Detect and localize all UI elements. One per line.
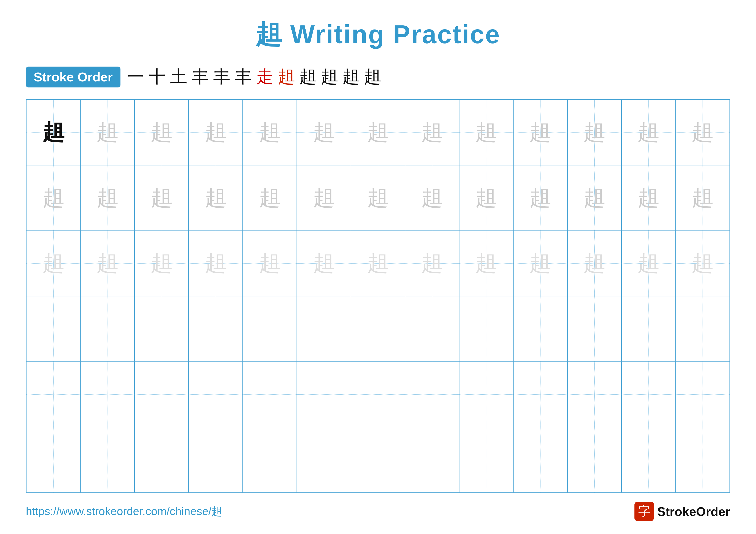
page-title: 趄 Writing Practice	[256, 17, 500, 52]
grid-cell-r3c8[interactable]: 趄	[405, 231, 459, 296]
grid-cell-r2c2[interactable]: 趄	[80, 165, 134, 231]
grid-cell-r3c13[interactable]: 趄	[676, 231, 730, 296]
char-display: 趄	[583, 184, 605, 213]
char-display: 趄	[583, 118, 605, 147]
grid-cell-r4c8[interactable]	[405, 296, 459, 362]
grid-cell-r5c9[interactable]	[459, 362, 513, 427]
grid-cell-r6c1[interactable]	[26, 427, 80, 493]
grid-cell-r6c4[interactable]	[189, 427, 243, 493]
grid-cell-r1c4[interactable]: 趄	[189, 100, 243, 165]
grid-cell-r3c7[interactable]: 趄	[351, 231, 405, 296]
grid-cell-r2c10[interactable]: 趄	[513, 165, 567, 231]
grid-cell-r5c3[interactable]	[134, 362, 189, 427]
grid-cell-r6c5[interactable]	[243, 427, 297, 493]
grid-cell-r2c7[interactable]: 趄	[351, 165, 405, 231]
stroke-6: 丰	[235, 65, 252, 89]
grid-cell-r4c13[interactable]	[676, 296, 730, 362]
grid-cell-r4c4[interactable]	[189, 296, 243, 362]
grid-cell-r2c12[interactable]: 趄	[622, 165, 676, 231]
grid-cell-r2c8[interactable]: 趄	[405, 165, 459, 231]
grid-cell-r1c6[interactable]: 趄	[297, 100, 351, 165]
grid-cell-r2c9[interactable]: 趄	[459, 165, 513, 231]
grid-cell-r1c9[interactable]: 趄	[459, 100, 513, 165]
grid-cell-r5c6[interactable]	[297, 362, 351, 427]
grid-cell-r3c5[interactable]: 趄	[243, 231, 297, 296]
grid-cell-r5c4[interactable]	[189, 362, 243, 427]
grid-cell-r2c4[interactable]: 趄	[189, 165, 243, 231]
char-display: 趄	[638, 118, 659, 147]
char-display: 趄	[638, 184, 659, 213]
grid-cell-r5c7[interactable]	[351, 362, 405, 427]
grid-cell-r2c13[interactable]: 趄	[676, 165, 730, 231]
grid-cell-r4c1[interactable]	[26, 296, 80, 362]
char-display: 趄	[97, 118, 118, 147]
grid-cell-r5c2[interactable]	[80, 362, 134, 427]
grid-cell-r4c2[interactable]	[80, 296, 134, 362]
grid-cell-r5c13[interactable]	[676, 362, 730, 427]
grid-cell-r5c1[interactable]	[26, 362, 80, 427]
grid-cell-r6c8[interactable]	[405, 427, 459, 493]
grid-cell-r2c3[interactable]: 趄	[134, 165, 189, 231]
char-display: 趄	[638, 249, 659, 278]
char-display: 趄	[259, 184, 281, 213]
grid-cell-r4c9[interactable]	[459, 296, 513, 362]
grid-cell-r4c5[interactable]	[243, 296, 297, 362]
stroke-5: 丰	[213, 65, 230, 89]
grid-cell-r5c11[interactable]	[567, 362, 622, 427]
grid-cell-r3c4[interactable]: 趄	[189, 231, 243, 296]
grid-cell-r3c9[interactable]: 趄	[459, 231, 513, 296]
grid-cell-r6c13[interactable]	[676, 427, 730, 493]
char-display: 趄	[151, 249, 173, 278]
grid-cell-r3c6[interactable]: 趄	[297, 231, 351, 296]
grid-cell-r1c13[interactable]: 趄	[676, 100, 730, 165]
grid-cell-r1c12[interactable]: 趄	[622, 100, 676, 165]
grid-cell-r5c5[interactable]	[243, 362, 297, 427]
grid-cell-r3c11[interactable]: 趄	[567, 231, 622, 296]
grid-cell-r1c10[interactable]: 趄	[513, 100, 567, 165]
grid-cell-r2c11[interactable]: 趄	[567, 165, 622, 231]
grid-cell-r4c11[interactable]	[567, 296, 622, 362]
grid-cell-r2c5[interactable]: 趄	[243, 165, 297, 231]
char-display: 趄	[529, 118, 551, 147]
grid-cell-r5c10[interactable]	[513, 362, 567, 427]
grid-cell-r4c7[interactable]	[351, 296, 405, 362]
logo-text: StrokeOrder	[657, 504, 730, 519]
grid-cell-r3c10[interactable]: 趄	[513, 231, 567, 296]
grid-cell-r2c1[interactable]: 趄	[26, 165, 80, 231]
grid-cell-r3c3[interactable]: 趄	[134, 231, 189, 296]
grid-cell-r4c12[interactable]	[622, 296, 676, 362]
grid-cell-r5c8[interactable]	[405, 362, 459, 427]
grid-cell-r6c6[interactable]	[297, 427, 351, 493]
grid-cell-r4c3[interactable]	[134, 296, 189, 362]
grid-cell-r6c3[interactable]	[134, 427, 189, 493]
grid-cell-r6c10[interactable]	[513, 427, 567, 493]
grid-cell-r1c2[interactable]: 趄	[80, 100, 134, 165]
grid-cell-r3c2[interactable]: 趄	[80, 231, 134, 296]
grid-cell-r1c8[interactable]: 趄	[405, 100, 459, 165]
grid-cell-r6c2[interactable]	[80, 427, 134, 493]
stroke-3: 土	[170, 65, 187, 89]
grid-cell-r1c5[interactable]: 趄	[243, 100, 297, 165]
grid-cell-r4c10[interactable]	[513, 296, 567, 362]
grid-cell-r3c1[interactable]: 趄	[26, 231, 80, 296]
grid-cell-r1c3[interactable]: 趄	[134, 100, 189, 165]
grid-cell-r6c12[interactable]	[622, 427, 676, 493]
grid-cell-r6c9[interactable]	[459, 427, 513, 493]
grid-cell-r5c12[interactable]	[622, 362, 676, 427]
char-display: 趄	[421, 184, 443, 213]
char-display: 趄	[151, 118, 173, 147]
grid-cell-r6c7[interactable]	[351, 427, 405, 493]
writing-grid[interactable]: 趄 趄 趄 趄 趄 趄 趄 趄 趄 趄 趄 趄	[26, 99, 730, 493]
grid-cell-r1c7[interactable]: 趄	[351, 100, 405, 165]
char-display: 趄	[529, 184, 551, 213]
stroke-order-chars: 一 十 土 丰 丰 丰 走 趄 趄 趄 趄 趄	[127, 65, 381, 89]
grid-cell-r2c6[interactable]: 趄	[297, 165, 351, 231]
grid-cell-r4c6[interactable]	[297, 296, 351, 362]
char-display: 趄	[43, 249, 64, 278]
grid-cell-r3c12[interactable]: 趄	[622, 231, 676, 296]
grid-cell-r6c11[interactable]	[567, 427, 622, 493]
footer-url: https://www.strokeorder.com/chinese/趄	[26, 504, 223, 519]
footer-logo: 字 StrokeOrder	[634, 502, 730, 521]
grid-cell-r1c11[interactable]: 趄	[567, 100, 622, 165]
grid-cell-r1c1[interactable]: 趄	[26, 100, 80, 165]
